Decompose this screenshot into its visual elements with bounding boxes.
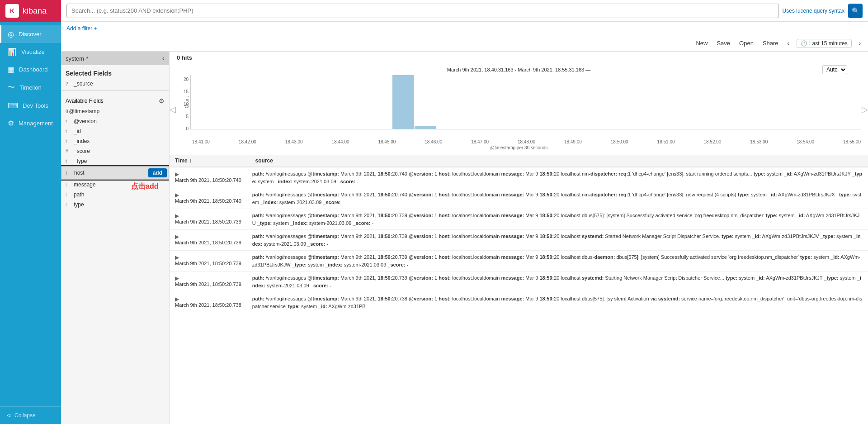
collapse-button[interactable]: ⊲ Collapse [0,406,61,424]
time-cell: March 9th 2021, 18:50:20.739 [175,281,241,287]
x-label-7: 18:47:00 [471,139,489,144]
search-button[interactable]: 🔍 [848,4,863,18]
search-input[interactable] [66,4,779,18]
open-button[interactable]: Open [737,39,755,48]
x-label-12: 18:52:00 [703,139,721,144]
plus-icon: + [94,25,97,32]
date-range-label: March 9th 2021, 18:40:31.163 - March 9th… [447,67,590,72]
col-source: _source [247,155,868,167]
hits-bar: 0 hits [170,52,868,64]
sidebar-item-visualize[interactable]: 📊 Visualize [0,43,61,61]
field-item-type2[interactable]: t type [61,200,169,210]
expand-row-button[interactable]: ▶ [175,275,179,281]
table-area[interactable]: Time ↓ _source ▶March 9th 2021, 18:50:20… [170,155,868,424]
field-name-host: host [74,170,145,176]
chart-header: March 9th 2021, 18:40:31.163 - March 9th… [177,64,861,73]
available-fields-header: Available Fields ⚙ [61,93,169,106]
available-fields-label: Available Fields [66,98,104,104]
source-cell: path: /var/log/messages @timestamp: Marc… [247,272,868,292]
field-name-message: message [74,181,165,188]
content-area: Uses lucene query syntax 🔍 Add a filter … [61,0,868,424]
field-name-timestamp: @timestamp [69,108,165,114]
field-item-path[interactable]: t path [61,190,169,200]
field-type-version: t [66,119,72,124]
add-field-button[interactable]: add [148,168,167,177]
interval-select[interactable]: Auto [822,65,847,74]
col-time: Time ↓ [170,155,247,167]
sidebar-item-label-devtools: Dev Tools [23,102,48,109]
x-axis-label: @timestamp per 30 seconds [177,145,861,150]
discover-layout: system-* ‹ Selected Fields ? _source Ava… [61,52,868,424]
collapse-label: Collapse [14,412,36,419]
table-row: ▶March 9th 2021, 18:50:20.739path: /var/… [170,272,868,292]
expand-row-button[interactable]: ▶ [175,254,179,261]
x-label-8: 18:48:00 [518,139,535,144]
source-cell: path: /var/log/messages @timestamp: Marc… [247,209,868,230]
sidebar-item-devtools[interactable]: ⌨ Dev Tools [0,97,61,114]
collapse-field-panel-button[interactable]: ‹ [162,54,165,62]
expand-row-button[interactable]: ▶ [175,192,179,198]
timelion-icon: 〜 [8,83,15,92]
y-label-0: 0 [186,126,189,131]
field-item-host[interactable]: t host add [61,166,169,180]
field-item-index[interactable]: t _index [61,136,169,146]
filter-bar: Add a filter + [61,22,868,35]
field-name-index: _index [74,138,165,144]
field-item-source[interactable]: ? _source [61,79,169,89]
field-item-score[interactable]: # _score [61,146,169,156]
field-item-id[interactable]: t _id [61,126,169,136]
save-button[interactable]: Save [715,39,732,48]
expand-row-button[interactable]: ▶ [175,296,179,302]
field-item-message[interactable]: t message [61,180,169,190]
x-label-11: 18:51:00 [657,139,675,144]
gear-button[interactable]: ⚙ [159,97,165,105]
x-label-1: 18:41:00 [192,139,210,144]
chevron-left-button[interactable]: ‹ [786,39,791,48]
field-type-path: t [66,192,72,197]
discover-icon: ◎ [8,30,14,38]
y-label-20: 20 [184,77,189,82]
management-icon: ⚙ [8,119,14,128]
sidebar-item-discover[interactable]: ◎ Discover [0,25,61,43]
x-label-14: 18:54:00 [797,139,814,144]
field-name-path: path [74,191,165,198]
field-item-type[interactable]: t _type [61,156,169,166]
field-item-timestamp[interactable]: θ @timestamp [61,106,169,116]
sidebar-item-timelion[interactable]: 〜 Timelion [0,78,61,97]
add-filter-label: Add a filter [66,25,92,32]
sidebar-item-dashboard[interactable]: ▦ Dashboard [0,61,61,78]
table-row: ▶March 9th 2021, 18:50:20.739path: /var/… [170,230,868,251]
sidebar-item-label-timelion: Timelion [19,84,42,91]
x-label-10: 18:50:00 [611,139,628,144]
time-picker[interactable]: 🕐 Last 15 minutes [797,39,852,48]
chart-collapse-right[interactable]: ▷ [862,105,868,114]
new-button[interactable]: New [694,39,709,48]
field-type-score: # [66,149,72,154]
chevron-right-button[interactable]: › [857,39,863,48]
index-pattern-bar: system-* ‹ [61,52,169,65]
sidebar-item-label-management: Management [19,120,53,127]
field-item-version[interactable]: t @version [61,116,169,126]
expand-row-button[interactable]: ▶ [175,171,179,177]
sidebar-item-management[interactable]: ⚙ Management [0,114,61,132]
chart-bar-10 [415,126,436,129]
chart-collapse-left[interactable]: ◁ [170,105,176,114]
results-area: 0 hits March 9th 2021, 18:40:31.163 - Ma… [170,52,868,424]
chart-bar-9 [392,75,414,129]
share-button[interactable]: Share [761,39,780,48]
lucene-syntax-link[interactable]: Uses lucene query syntax [783,8,844,14]
table-row: ▶March 9th 2021, 18:50:20.739path: /var/… [170,209,868,230]
y-axis-label: Count [184,96,189,108]
field-type-type2: t [66,202,72,207]
field-name-score: _score [74,148,165,154]
source-cell: path: /var/log/messages @timestamp: Marc… [247,188,868,209]
expand-row-button[interactable]: ▶ [175,233,179,240]
dashboard-icon: ▦ [8,65,14,74]
x-labels: 18:41:00 18:42:00 18:43:00 18:44:00 18:4… [177,139,861,144]
field-type-host: t [66,171,72,176]
chart-container: March 9th 2021, 18:40:31.163 - March 9th… [170,64,868,155]
x-label-4: 18:44:00 [332,139,349,144]
add-filter-button[interactable]: Add a filter + [66,25,97,32]
expand-row-button[interactable]: ▶ [175,213,179,219]
y-label-5: 5 [186,114,189,119]
